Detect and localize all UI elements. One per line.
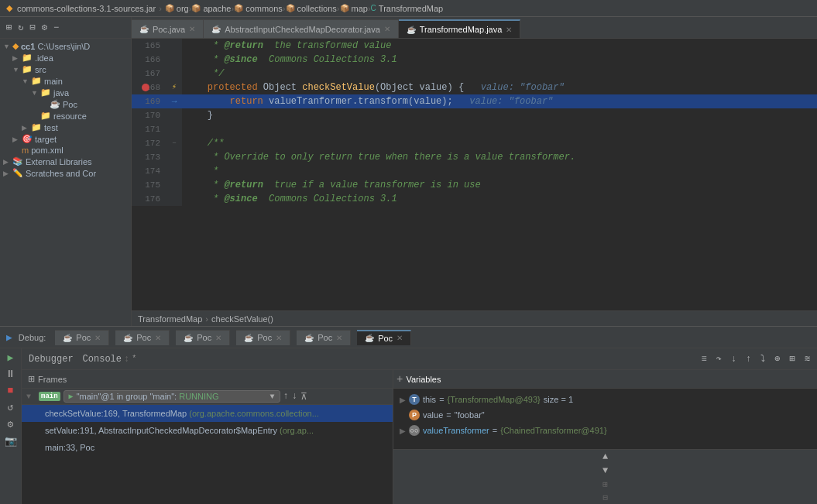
- console-tab-btn[interactable]: Console ↕ *: [79, 351, 141, 367]
- var-expand-this[interactable]: ▶: [400, 396, 406, 404]
- debug-pause-icon[interactable]: ⏸: [5, 369, 15, 380]
- vars-scroll-up[interactable]: ▲: [602, 451, 608, 462]
- debug-session-tab-2[interactable]: ☕ Poc ✕: [115, 330, 170, 345]
- frame-method-2: main:33, Poc: [45, 443, 94, 452]
- sidebar-grid-icon[interactable]: ⊞: [5, 20, 13, 35]
- line-num-166: 166: [132, 53, 166, 67]
- tree-item-poc[interactable]: ▶ ☕ Poc: [0, 98, 131, 110]
- frame-row-1[interactable]: setValue:191, AbstractInputCheckedMapDec…: [22, 422, 393, 439]
- debug-session-tab-3[interactable]: ☕ Poc ✕: [176, 330, 230, 345]
- debug-memory-btn[interactable]: ≋: [801, 351, 814, 367]
- debug-stepout-btn[interactable]: ↑: [742, 351, 755, 367]
- sidebar-refresh-icon[interactable]: ↻: [16, 20, 25, 35]
- tree-item-pom[interactable]: ▶ m pom.xml: [0, 145, 131, 156]
- var-type-vt: {ChainedTransformer@491}: [500, 426, 606, 435]
- debug-session-tab-5[interactable]: ☕ Poc ✕: [297, 330, 351, 345]
- vars-expand-all[interactable]: ⊞: [602, 479, 608, 489]
- breadcrumb-collections[interactable]: 📦 collections: [286, 4, 337, 13]
- tree-item-ext-libs[interactable]: ▶ 📚 External Libraries: [0, 156, 131, 167]
- debug-tab-close-1[interactable]: ✕: [94, 334, 101, 342]
- debug-stop-icon[interactable]: ■: [8, 385, 14, 396]
- code-area[interactable]: 165 * @return the transformed value 166 …: [132, 39, 817, 310]
- vars-scroll-down[interactable]: ▼: [602, 465, 608, 476]
- debug-session-tab-1[interactable]: ☕ Poc ✕: [55, 330, 109, 345]
- tab-close-poc[interactable]: ✕: [189, 25, 195, 33]
- var-name-value: value: [423, 410, 443, 420]
- debug-frames-btn[interactable]: ⊞: [786, 351, 799, 367]
- tree-item-main[interactable]: ▼ 📁 main: [0, 75, 131, 87]
- tab-transformedmap[interactable]: ☕ TransformedMap.java ✕: [399, 19, 521, 38]
- code-line-172: /**: [182, 136, 224, 150]
- thread-selector[interactable]: ▶ "main"@1 in group "main": RUNNING ▼: [64, 390, 280, 403]
- tab-abstract[interactable]: ☕ AbstractInputCheckedMapDecorator.java …: [204, 19, 399, 38]
- frame-row-0[interactable]: checkSetValue:169, TransformedMap (org.a…: [22, 405, 393, 422]
- debug-stepover-btn[interactable]: ↷: [712, 351, 726, 367]
- debug-icon[interactable]: ▶: [6, 331, 12, 344]
- sidebar-settings-icon[interactable]: ⚙: [40, 20, 49, 35]
- tab-close-transformedmap[interactable]: ✕: [506, 26, 512, 34]
- sidebar-collapse-icon[interactable]: ⊟: [28, 20, 36, 35]
- debug-tab-close-6[interactable]: ✕: [396, 334, 403, 342]
- code-line-165: * @return the transformed value: [182, 39, 391, 53]
- debug-session-tab-4[interactable]: ☕ Poc ✕: [236, 330, 290, 345]
- debugger-tab-btn[interactable]: Debugger: [25, 351, 77, 367]
- debug-restart-icon[interactable]: ↺: [8, 401, 14, 413]
- var-type-this: {TransformedMap@493}: [448, 395, 541, 404]
- tree-item-scratches[interactable]: ▶ ✏️ Scratches and Cor: [0, 167, 131, 179]
- debug-tab-close-2[interactable]: ✕: [155, 334, 161, 342]
- thread-up-btn[interactable]: ↑: [283, 391, 289, 402]
- thread-running-icon: ▶: [69, 392, 74, 401]
- tab-poc[interactable]: ☕ Poc.java ✕: [132, 19, 204, 38]
- breadcrumb-map[interactable]: 📦 map: [340, 4, 368, 13]
- sidebar-minus-icon[interactable]: −: [52, 21, 60, 35]
- tree-item-java[interactable]: ▼ 📁 java: [0, 87, 131, 98]
- breadcrumb-apache[interactable]: 📦 apache: [191, 4, 231, 13]
- main-layout: ⊞ ↻ ⊟ ⚙ − ▼ ◆ cc1 C:\Users\jin\D ▶ 📁 .id…: [0, 17, 817, 326]
- debug-evaluate-btn[interactable]: ⊕: [771, 351, 784, 367]
- frames-header: ⊞ Frames: [22, 370, 393, 389]
- debug-resume-icon[interactable]: ▶: [8, 351, 14, 364]
- vars-content: ▶ T this = {TransformedMap@493} size = 1…: [393, 389, 817, 449]
- var-expand-vt[interactable]: ▶: [400, 427, 406, 435]
- add-watch-btn[interactable]: +: [396, 373, 403, 386]
- var-name-vt: valueTransformer: [423, 426, 489, 435]
- debug-stepinto-btn[interactable]: ↓: [727, 351, 740, 367]
- line-num-173: 173: [132, 150, 166, 164]
- frame-row-2[interactable]: main:33, Poc: [22, 439, 393, 456]
- debug-camera-icon[interactable]: 📷: [5, 435, 17, 447]
- thread-down-btn[interactable]: ↓: [292, 391, 297, 402]
- debug-tab-close-3[interactable]: ✕: [215, 334, 221, 342]
- frames-label: Frames: [38, 375, 67, 384]
- debug-run-to-cursor-btn[interactable]: ⤵: [757, 351, 769, 367]
- vars-copy[interactable]: ⊟: [602, 492, 608, 502]
- tree-item-target[interactable]: ▶ 🎯 target: [0, 133, 131, 145]
- var-icon-this: T: [409, 394, 420, 405]
- var-size-this: size = 1: [544, 395, 573, 404]
- vars-label: Variables: [406, 375, 441, 384]
- debug-tab-close-5[interactable]: ✕: [336, 334, 342, 342]
- tree-item-src[interactable]: ▼ 📁 src: [0, 63, 131, 75]
- thread-expand-icon[interactable]: ▼: [26, 393, 36, 401]
- title-text: commons-collections-3.1-sources.jar: [17, 4, 156, 13]
- debug-restore-btn[interactable]: ≡: [697, 351, 710, 367]
- tree-item-cc1[interactable]: ▼ ◆ cc1 C:\Users\jin\D: [0, 40, 131, 52]
- debug-settings-icon[interactable]: ⚙: [8, 418, 14, 430]
- tree-item-resources[interactable]: ▶ 📁 resource: [0, 110, 131, 122]
- code-line-173: * Override to only return true when ther…: [182, 150, 575, 164]
- frame-method-0: checkSetValue:169, TransformedMap (org.a…: [45, 409, 319, 418]
- title-bar: ◆ commons-collections-3.1-sources.jar › …: [0, 0, 817, 17]
- thread-filter-btn[interactable]: ⊼: [300, 391, 307, 403]
- tree-item-test[interactable]: ▶ 📁 test: [0, 122, 131, 133]
- project-tree: ▼ ◆ cc1 C:\Users\jin\D ▶ 📁 .idea ▼ 📁 src…: [0, 39, 131, 326]
- debug-main: Debugger Console ↕ * ≡ ↷ ↓ ↑ ⤵ ⊕ ⊞ ≋: [22, 348, 817, 504]
- frame-method-1: setValue:191, AbstractInputCheckedMapDec…: [45, 426, 314, 435]
- breadcrumb-transformedmap[interactable]: C TransformedMap: [371, 4, 444, 13]
- breadcrumb-commons[interactable]: 📦 commons: [234, 4, 283, 13]
- tree-item-idea[interactable]: ▶ 📁 .idea: [0, 52, 131, 63]
- tab-close-abstract[interactable]: ✕: [384, 25, 390, 33]
- thread-dropdown-arrow: ▼: [270, 393, 275, 401]
- breadcrumb-org[interactable]: 📦 org: [165, 4, 189, 13]
- debug-session-tab-6[interactable]: ☕ Poc ✕: [357, 330, 411, 345]
- debug-tab-close-4[interactable]: ✕: [276, 334, 282, 342]
- debug-left-strip: ▶ ⏸ ■ ↺ ⚙ 📷: [0, 348, 22, 504]
